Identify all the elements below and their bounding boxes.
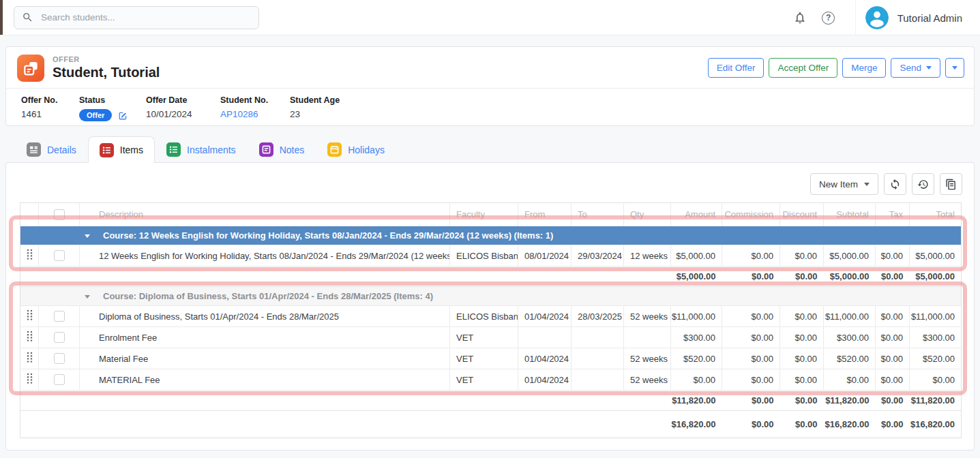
send-button[interactable]: Send bbox=[891, 58, 940, 78]
drag-column-header bbox=[20, 203, 39, 226]
row-checkbox[interactable] bbox=[54, 332, 65, 343]
merge-button[interactable]: Merge bbox=[842, 58, 886, 78]
offer-date-field: Offer Date 10/01/2024 bbox=[146, 95, 220, 121]
edit-offer-button[interactable]: Edit Offer bbox=[708, 58, 764, 78]
search-input[interactable] bbox=[40, 12, 251, 23]
cell-subtotal: $520.00 bbox=[824, 348, 876, 369]
page-title: Student, Tutorial bbox=[53, 65, 160, 80]
tab-holidays[interactable]: Holidays bbox=[316, 136, 396, 162]
cell-description: Enrolment Fee bbox=[80, 327, 450, 348]
help-button[interactable]: ? bbox=[814, 0, 843, 35]
cell-amount: $0.00 bbox=[671, 369, 722, 391]
cell-from: 01/04/2024 bbox=[518, 369, 571, 391]
column-header-amount[interactable]: Amount bbox=[671, 203, 722, 226]
cell-tax: $0.00 bbox=[876, 327, 910, 348]
collapse-caret-icon[interactable] bbox=[85, 295, 90, 299]
subtotal-tax: $0.00 bbox=[876, 266, 910, 287]
bell-icon bbox=[793, 11, 807, 25]
refresh-button[interactable] bbox=[884, 173, 906, 195]
duplicate-button[interactable] bbox=[940, 173, 962, 195]
subtotal-commission: $0.00 bbox=[722, 391, 780, 411]
new-item-button[interactable]: New Item bbox=[810, 173, 878, 195]
course-group-row[interactable]: Course: Diploma of Business, Starts 01/A… bbox=[20, 287, 962, 306]
cell-subtotal: $300.00 bbox=[824, 327, 876, 348]
subtotal-total: $11,820.00 bbox=[910, 391, 962, 411]
tab-items[interactable]: Items bbox=[88, 136, 155, 163]
row-checkbox[interactable] bbox=[54, 311, 65, 322]
row-checkbox[interactable] bbox=[54, 250, 65, 261]
row-checkbox[interactable] bbox=[54, 374, 65, 385]
cell-tax: $0.00 bbox=[876, 245, 910, 266]
tab-notes[interactable]: Notes bbox=[248, 136, 316, 162]
item-row[interactable]: MATERIAL FeeVET01/04/202452 weeks$0.00$0… bbox=[20, 369, 962, 391]
column-header-qty[interactable]: Qty bbox=[624, 203, 671, 226]
grand-total-tax: $0.00 bbox=[876, 411, 910, 438]
select-all-checkbox[interactable] bbox=[54, 209, 65, 220]
tab-details[interactable]: Details bbox=[15, 136, 88, 162]
drag-handle-icon[interactable] bbox=[27, 249, 33, 260]
drag-handle-icon[interactable] bbox=[27, 309, 33, 321]
history-button[interactable] bbox=[912, 173, 934, 195]
offer-icon bbox=[17, 55, 44, 82]
search-box[interactable] bbox=[14, 6, 259, 29]
column-header-from[interactable]: From bbox=[518, 203, 571, 226]
cell-total: $0.00 bbox=[910, 369, 962, 391]
student-age-field: Student Age 23 bbox=[290, 95, 340, 121]
subtotal-amount: $11,820.00 bbox=[671, 391, 722, 411]
column-header-commission[interactable]: Commission bbox=[722, 203, 780, 226]
row-checkbox[interactable] bbox=[54, 353, 65, 364]
cell-subtotal: $11,000.00 bbox=[824, 306, 876, 327]
holidays-icon bbox=[327, 142, 342, 157]
topbar: ? Tutorial Admin bbox=[0, 0, 980, 35]
cell-tax: $0.00 bbox=[876, 306, 910, 327]
avatar[interactable] bbox=[865, 6, 889, 29]
drag-handle-icon[interactable] bbox=[27, 352, 33, 363]
chevron-down-icon bbox=[926, 66, 932, 70]
cell-tax: $0.00 bbox=[876, 369, 910, 391]
cell-faculty: ELICOS Bisbane bbox=[450, 306, 518, 327]
column-header-subtotal[interactable]: Subtotal bbox=[824, 203, 876, 226]
column-header-tax[interactable]: Tax bbox=[876, 203, 910, 226]
item-row[interactable]: Enrolment FeeVET$300.00$0.00$0.00$300.00… bbox=[20, 327, 962, 348]
topbar-divider bbox=[855, 0, 856, 35]
cell-description: MATERIAL Fee bbox=[80, 369, 450, 391]
column-header-description[interactable]: Description bbox=[80, 203, 450, 226]
cell-to: 28/03/2025 bbox=[571, 306, 624, 327]
sidebar-edge bbox=[0, 0, 3, 35]
help-icon: ? bbox=[822, 12, 835, 25]
more-actions-button[interactable] bbox=[945, 58, 964, 78]
cell-description: Diploma of Business, Starts 01/Apr/2024 … bbox=[80, 306, 450, 327]
cell-amount: $11,000.00 bbox=[671, 306, 722, 327]
course-group-row[interactable]: Course: 12 Weeks English for Working Hol… bbox=[20, 226, 962, 245]
drag-handle-icon[interactable] bbox=[27, 331, 33, 342]
grand-total-subtotal: $16,820.00 bbox=[824, 411, 876, 438]
grand-total-discount: $0.00 bbox=[780, 411, 824, 438]
checkbox-cell bbox=[39, 348, 80, 369]
tab-instalments[interactable]: Instalments bbox=[155, 136, 248, 162]
column-header-faculty[interactable]: Faculty bbox=[450, 203, 518, 226]
cell-subtotal: $0.00 bbox=[824, 369, 876, 391]
drag-handle-icon[interactable] bbox=[27, 373, 33, 384]
column-header-to[interactable]: To bbox=[571, 203, 624, 226]
collapse-caret-icon[interactable] bbox=[85, 234, 90, 238]
cell-discount: $0.00 bbox=[780, 306, 824, 327]
cell-total: $5,000.00 bbox=[910, 245, 962, 266]
user-name[interactable]: Tutorial Admin bbox=[897, 12, 962, 24]
accept-offer-button[interactable]: Accept Offer bbox=[769, 58, 837, 78]
cell-amount: $300.00 bbox=[671, 327, 722, 348]
grand-total-row: $16,820.00$0.00$0.00$16,820.00$0.00$16,8… bbox=[20, 411, 962, 438]
cell-commission: $0.00 bbox=[722, 327, 780, 348]
status-field: Status Offer bbox=[79, 95, 146, 121]
column-header-discount[interactable]: Discount bbox=[780, 203, 824, 226]
notifications-button[interactable] bbox=[786, 0, 814, 35]
item-row[interactable]: 12 Weeks English for Working Holiday, St… bbox=[20, 245, 962, 266]
items-icon bbox=[100, 143, 114, 157]
item-row[interactable]: Material FeeVET01/04/202452 weeks$520.00… bbox=[20, 348, 962, 369]
entity-type-label: OFFER bbox=[53, 55, 80, 63]
items-table: DescriptionFacultyFromToQtyAmountCommiss… bbox=[20, 202, 962, 438]
column-header-total[interactable]: Total bbox=[910, 203, 962, 226]
item-row[interactable]: Diploma of Business, Starts 01/Apr/2024 … bbox=[20, 306, 962, 327]
subtotal-discount: $0.00 bbox=[780, 266, 824, 287]
edit-status-icon[interactable] bbox=[118, 110, 128, 121]
student-number-link[interactable]: AP10286 bbox=[220, 109, 290, 119]
